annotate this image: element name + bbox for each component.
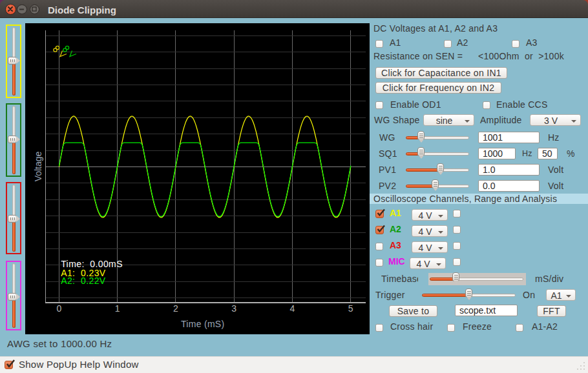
svg-text:1: 1 [115, 303, 120, 314]
svg-text:Time (mS): Time (mS) [181, 319, 225, 329]
svg-text:5: 5 [348, 303, 353, 314]
svg-text:2: 2 [173, 303, 178, 314]
svg-text:Voltage: Voltage [33, 151, 43, 181]
svg-text:0: 0 [57, 303, 62, 314]
svg-text:4: 4 [290, 303, 295, 314]
svg-text:A2: 0.22V: A2: 0.22V [61, 276, 106, 286]
svg-text:3: 3 [231, 303, 236, 314]
